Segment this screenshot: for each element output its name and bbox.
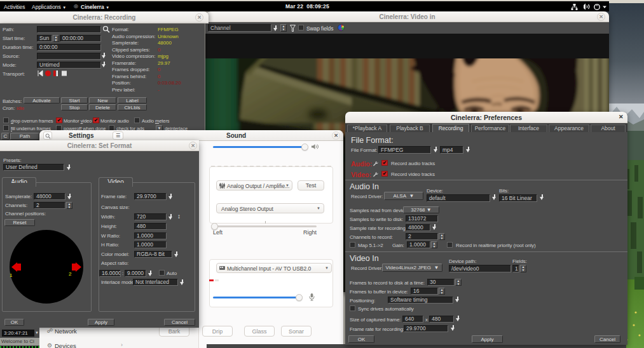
svg-text:2: 2 xyxy=(69,271,72,277)
svg-text:1: 1 xyxy=(10,272,13,278)
